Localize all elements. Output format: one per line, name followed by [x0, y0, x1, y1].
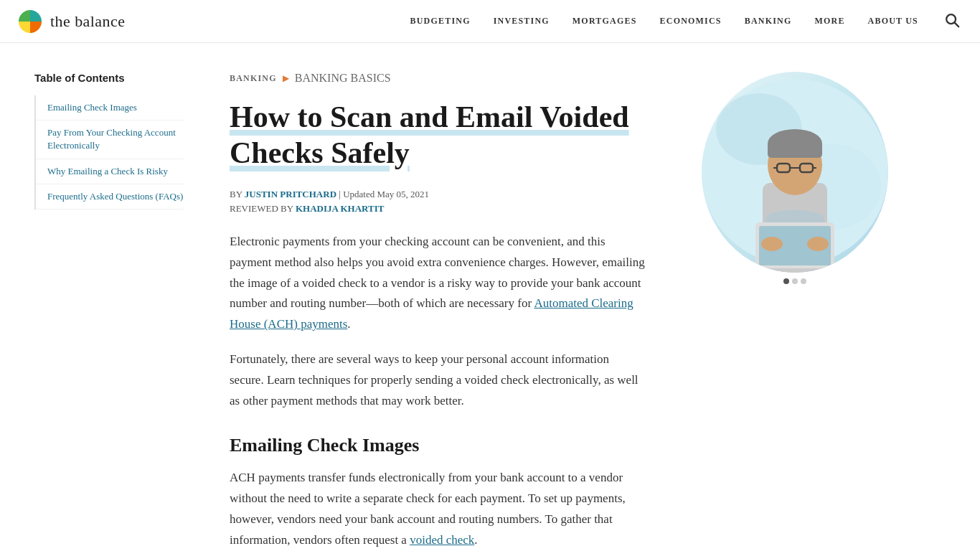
- nav-investing[interactable]: INVESTING: [494, 16, 550, 27]
- reviewed-label: REVIEWED BY: [230, 203, 293, 214]
- author-line: BY JUSTIN PRITCHARD | Updated May 05, 20…: [230, 189, 646, 200]
- toc-link-2[interactable]: Pay From Your Checking Account Electroni…: [47, 126, 184, 152]
- logo-text: the balance: [50, 12, 125, 31]
- nav-banking[interactable]: BANKING: [745, 16, 792, 27]
- dot-1: [783, 278, 789, 284]
- breadcrumb-current: BANKING BASICS: [295, 72, 391, 85]
- nav-budgeting[interactable]: BUDGETING: [410, 16, 471, 27]
- by-label: BY: [230, 189, 245, 199]
- hero-image-area: [689, 43, 918, 551]
- toc-title: Table of Contents: [34, 72, 184, 84]
- section1-heading: Emailing Check Images: [230, 435, 646, 456]
- reviewer-name[interactable]: KHADIJA KHARTIT: [296, 203, 384, 214]
- updated-date: | Updated May 05, 2021: [339, 189, 429, 199]
- author-info: BY JUSTIN PRITCHARD | Updated May 05, 20…: [230, 189, 646, 215]
- article-body: Electronic payments from your checking a…: [230, 232, 646, 551]
- author-name[interactable]: JUSTIN PRITCHARD: [245, 189, 336, 199]
- section1-paragraph: ACH payments transfer funds electronical…: [230, 468, 646, 551]
- breadcrumb-arrow: ▶: [283, 73, 289, 84]
- toc-link-1[interactable]: Emailing Check Images: [47, 101, 184, 114]
- hero-image: [702, 72, 888, 273]
- intro-paragraph-2: Fortunately, there are several ways to k…: [230, 349, 646, 412]
- breadcrumb: BANKING ▶ BANKING BASICS: [230, 72, 646, 85]
- toc-link-4[interactable]: Frequently Asked Questions (FAQs): [47, 190, 184, 203]
- svg-point-17: [761, 237, 783, 251]
- svg-rect-16: [745, 268, 845, 273]
- intro-paragraph-1: Electronic payments from your checking a…: [230, 232, 646, 335]
- logo-icon: [17, 9, 43, 34]
- toc-item-3: Why Emailing a Check Is Risky: [36, 159, 184, 184]
- dot-2: [792, 278, 798, 284]
- site-header: the balance BUDGETING INVESTING MORTGAGE…: [0, 0, 980, 43]
- ach-link[interactable]: Automated Clearing House (ACH) payments: [230, 296, 633, 331]
- site-logo[interactable]: the balance: [17, 9, 125, 34]
- nav-mortgages[interactable]: MORTGAGES: [573, 16, 637, 27]
- image-dots: [783, 278, 806, 284]
- nav-economics[interactable]: ECONOMICS: [660, 16, 722, 27]
- reviewed-by-line: REVIEWED BY KHADIJA KHARTIT: [230, 203, 646, 215]
- article-title: How to Scan and Email Voided Checks Safe…: [230, 99, 646, 171]
- dot-3: [801, 278, 806, 284]
- toc-link-3[interactable]: Why Emailing a Check Is Risky: [47, 165, 184, 178]
- nav-more[interactable]: MORE: [814, 16, 844, 27]
- search-button[interactable]: [941, 9, 963, 33]
- voided-check-link[interactable]: voided check: [410, 533, 474, 547]
- toc-item-2: Pay From Your Checking Account Electroni…: [36, 121, 184, 159]
- nav-about-us[interactable]: ABOUT US: [868, 16, 918, 27]
- toc-list: Emailing Check Images Pay From Your Chec…: [34, 95, 184, 209]
- main-content: BANKING ▶ BANKING BASICS How to Scan and…: [201, 43, 689, 551]
- toc-item-4: Frequently Asked Questions (FAQs): [36, 184, 184, 209]
- svg-rect-8: [768, 142, 822, 158]
- toc-item-1: Emailing Check Images: [36, 95, 184, 121]
- main-nav: BUDGETING INVESTING MORTGAGES ECONOMICS …: [410, 9, 963, 33]
- svg-point-18: [807, 237, 829, 251]
- breadcrumb-parent[interactable]: BANKING: [230, 73, 277, 84]
- svg-line-1: [955, 23, 959, 27]
- toc-sidebar: Table of Contents Emailing Check Images …: [0, 43, 201, 551]
- page-layout: Table of Contents Emailing Check Images …: [0, 43, 980, 551]
